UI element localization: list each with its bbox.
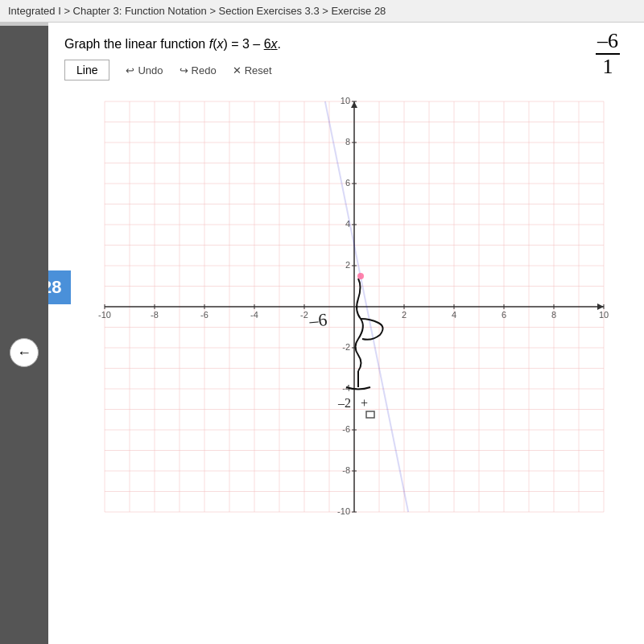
- back-button[interactable]: ←: [10, 338, 39, 367]
- graph-container[interactable]: 28 –6 –2 +: [72, 85, 620, 536]
- graph-canvas[interactable]: [72, 85, 620, 536]
- fraction-annotation: –6 1: [596, 31, 620, 77]
- main-content: –6 1 Graph the linear function f(x) = 3 …: [48, 23, 644, 644]
- line-button[interactable]: Line: [64, 60, 109, 80]
- sidebar: [0, 26, 48, 644]
- redo-button[interactable]: ↪ Redo: [180, 64, 217, 76]
- fraction-denominator: 1: [596, 56, 620, 77]
- toolbar: Line ↩ Undo ↪ Redo ✕ Reset: [64, 60, 628, 80]
- undo-button[interactable]: ↩ Undo: [126, 64, 163, 76]
- problem-instruction: Graph the linear function f(x) = 3 – 6x.: [64, 37, 628, 52]
- reset-button[interactable]: ✕ Reset: [233, 64, 272, 76]
- breadcrumb: Integrated I > Chapter 3: Function Notat…: [0, 0, 644, 23]
- breadcrumb-text: Integrated I > Chapter 3: Function Notat…: [8, 5, 386, 17]
- fraction-numerator: –6: [596, 31, 620, 52]
